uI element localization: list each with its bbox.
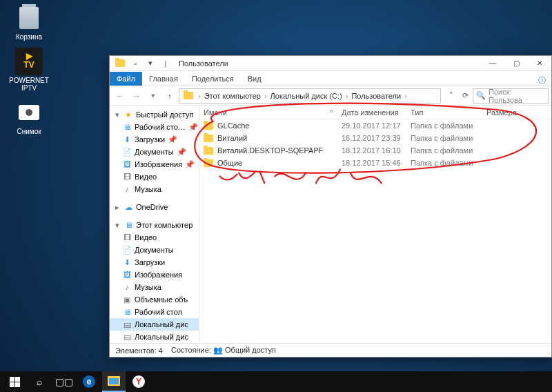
- file-explorer-icon: [108, 376, 120, 386]
- table-row[interactable]: Общие18.12.2017 15:46Папка с файлами: [199, 157, 551, 169]
- title-bar[interactable]: ▫ ▾ | Пользователи — ▢ ✕: [110, 56, 551, 71]
- file-explorer-window: ▫ ▾ | Пользователи — ▢ ✕ Файл Главная По…: [109, 55, 552, 357]
- nav-back[interactable]: ←: [112, 88, 128, 104]
- folder-icon: [204, 135, 213, 142]
- table-row[interactable]: GLCache29.10.2017 12:17Папка с файлами: [199, 119, 551, 132]
- iptv-shortcut[interactable]: ▶TV POWERNET IPTV: [4, 48, 54, 92]
- navigation-bar: ← → ▾ ↑ › Этот компьютер › Локальный дис…: [110, 86, 551, 106]
- col-size[interactable]: Размера: [482, 108, 524, 117]
- table-row[interactable]: Виталий16.12.2017 23:39Папка с файлами: [199, 132, 551, 144]
- crumb-thispc[interactable]: Этот компьютер: [204, 92, 261, 100]
- tree-pc-downloads[interactable]: ⬇Загрузки: [110, 256, 199, 268]
- tree-videos[interactable]: 🎞Видео: [110, 170, 199, 183]
- tab-share[interactable]: Поделиться: [185, 72, 241, 86]
- tab-view[interactable]: Вид: [241, 72, 268, 86]
- yandex-icon: Y: [132, 375, 145, 388]
- folder-icon: [114, 57, 126, 70]
- taskbar[interactable]: ⌕ ▢▢ e Y: [0, 371, 552, 392]
- iptv-label: POWERNET IPTV: [4, 77, 54, 92]
- status-state: Состояние: 👥 Общий доступ: [171, 346, 276, 355]
- close-button[interactable]: ✕: [528, 56, 551, 71]
- addr-refresh-icon[interactable]: ⟳: [459, 90, 471, 102]
- tree-this-pc[interactable]: ▾🖥Этот компьютер: [110, 219, 199, 231]
- start-button[interactable]: [3, 371, 26, 392]
- camera-icon: [19, 105, 39, 120]
- column-headers[interactable]: Имени^ Дата изменения Тип Размера: [199, 106, 551, 119]
- tree-pc-videos[interactable]: 🎞Видео: [110, 231, 199, 244]
- tab-home[interactable]: Главная: [142, 72, 185, 86]
- tree-pc-drive-d[interactable]: 🖴Локальный дис: [110, 331, 199, 343]
- desktop-icons: Корзина ▶TV POWERNET IPTV Снимок: [4, 4, 59, 142]
- col-name[interactable]: Имени^: [199, 108, 337, 117]
- folder-icon: [204, 122, 213, 130]
- nav-up[interactable]: ↑: [162, 88, 177, 104]
- qat-newfolder[interactable]: ▾: [144, 57, 157, 70]
- tab-file[interactable]: Файл: [110, 72, 142, 86]
- nav-forward[interactable]: →: [129, 88, 144, 104]
- col-type[interactable]: Тип: [406, 108, 482, 117]
- taskbar-yandex[interactable]: Y: [127, 371, 150, 392]
- search-icon: 🔍: [476, 91, 486, 100]
- taskbar-explorer[interactable]: [102, 371, 126, 392]
- file-rows[interactable]: GLCache29.10.2017 12:17Папка с файламиВи…: [199, 119, 551, 343]
- nav-history[interactable]: ▾: [146, 88, 161, 104]
- taskbar-edge[interactable]: e: [77, 371, 101, 392]
- folder-icon: [184, 92, 193, 99]
- ribbon-expand-icon[interactable]: ⓘ: [533, 75, 551, 86]
- window-title: Пользователи: [176, 59, 228, 68]
- quick-access-toolbar: ▫ ▾ |: [110, 57, 176, 70]
- qat-sep: |: [159, 57, 172, 70]
- address-bar[interactable]: › Этот компьютер › Локальный диск (C:) ›…: [179, 88, 441, 104]
- tree-pc-drive-c[interactable]: 🖴Локальный дис: [110, 318, 199, 331]
- tree-pictures[interactable]: 🖼Изображения📌: [110, 158, 199, 170]
- minimize-button[interactable]: —: [481, 56, 504, 71]
- tree-pc-pictures[interactable]: 🖼Изображения: [110, 268, 199, 281]
- search-placeholder: Поиск: Пользова: [489, 88, 545, 104]
- crumb-folder[interactable]: Пользователи: [351, 92, 401, 100]
- status-count: Элементов: 4: [115, 346, 163, 355]
- search-box[interactable]: 🔍 Поиск: Пользова: [473, 88, 549, 104]
- tree-pc-music[interactable]: ♪Музыка: [110, 281, 199, 293]
- tree-music[interactable]: ♪Музыка: [110, 183, 199, 195]
- edge-icon: e: [83, 375, 95, 388]
- tree-desktop[interactable]: 🖥Рабочий сто…📌: [110, 121, 199, 133]
- col-date[interactable]: Дата изменения: [337, 108, 406, 117]
- tree-onedrive[interactable]: ▸☁OneDrive: [110, 201, 199, 213]
- tv-icon: ▶TV: [15, 48, 43, 75]
- recycle-bin-label: Корзина: [4, 33, 54, 41]
- folder-icon: [204, 159, 213, 167]
- recycle-bin[interactable]: Корзина: [4, 4, 54, 41]
- tree-pc-documents[interactable]: 📄Документы: [110, 244, 199, 256]
- maximize-button[interactable]: ▢: [504, 56, 528, 71]
- taskbar-search[interactable]: ⌕: [28, 371, 51, 392]
- snapshot-shortcut[interactable]: Снимок: [4, 99, 54, 135]
- tree-pc-desktop[interactable]: 🖥Рабочий стол: [110, 306, 199, 318]
- snapshot-label: Снимок: [4, 128, 54, 135]
- crumb-drive[interactable]: Локальный диск (C:): [270, 92, 342, 100]
- table-row[interactable]: Виталий.DESKTOP-SQEPAPF18.12.2017 16:10П…: [199, 144, 551, 157]
- folder-icon: [204, 147, 213, 155]
- ribbon-tabs: Файл Главная Поделиться Вид ⓘ: [110, 71, 551, 86]
- task-view[interactable]: ▢▢: [52, 371, 76, 392]
- status-bar: Элементов: 4 Состояние: 👥 Общий доступ: [110, 343, 551, 357]
- tree-pc-3d[interactable]: ▣Объемные объ: [110, 293, 199, 306]
- tree-downloads[interactable]: ⬇Загрузки📌: [110, 133, 199, 146]
- tree-quick-access[interactable]: ▾★Быстрый доступ: [110, 108, 199, 121]
- file-list: Имени^ Дата изменения Тип Размера GLCach…: [199, 106, 551, 343]
- tree-documents[interactable]: 📄Документы📌: [110, 146, 199, 158]
- windows-icon: [10, 377, 20, 387]
- qat-properties[interactable]: ▫: [129, 57, 141, 70]
- nav-tree[interactable]: ▾★Быстрый доступ 🖥Рабочий сто…📌 ⬇Загрузк…: [110, 106, 199, 343]
- addr-dropdown-icon[interactable]: ˅: [445, 90, 457, 102]
- trash-icon: [19, 7, 39, 29]
